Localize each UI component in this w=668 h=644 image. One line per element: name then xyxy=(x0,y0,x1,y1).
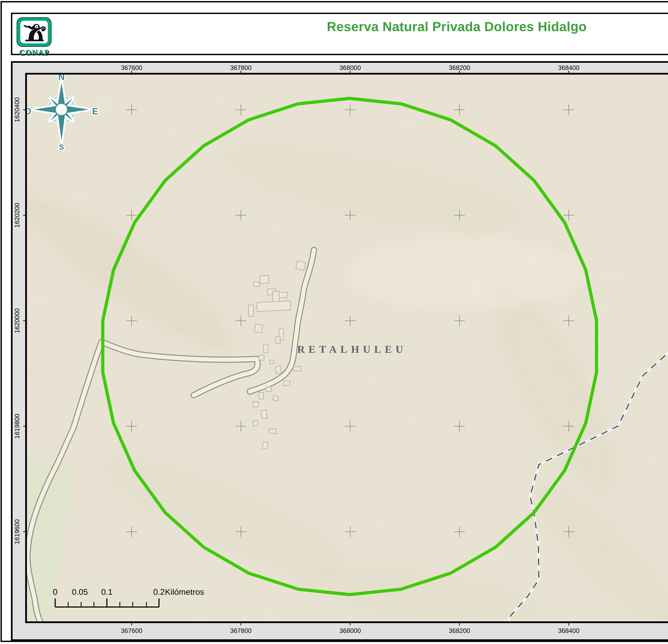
x-axis-label-top: 368400 xyxy=(558,64,579,71)
x-axis-label-top: 367600 xyxy=(121,64,142,71)
x-axis-label-bottom: 367800 xyxy=(230,627,252,634)
x-axis-label-bottom: 368400 xyxy=(558,627,579,634)
place-label: RETALHULEU xyxy=(297,343,407,355)
x-axis-label-top: 368000 xyxy=(339,64,361,71)
compass-e-label: E xyxy=(92,106,98,116)
x-axis-label-bottom: 368200 xyxy=(449,627,470,634)
map-canvas: RETALHULEU N E S O xyxy=(11,72,668,641)
x-axis-label-top: 367800 xyxy=(230,64,252,71)
page-title: Reserva Natural Privada Dolores Hidalgo xyxy=(12,19,668,34)
scale-tick-02: 0.2 xyxy=(153,587,165,596)
map-document-page: CONAP Reserva Natural Privada Dolores Hi… xyxy=(0,0,668,644)
scale-unit-label: Kilómetros xyxy=(165,587,204,596)
y-axis-label-left: 1620200 xyxy=(14,203,20,228)
scale-tick-01: 0.1 xyxy=(101,587,112,596)
y-axis-label-left: 1619800 xyxy=(14,414,20,439)
scale-tick-0: 0 xyxy=(53,587,58,596)
x-axis-label-bottom: 367600 xyxy=(121,627,142,634)
main-map-frame: RETALHULEU N E S O xyxy=(11,61,668,641)
y-axis-label-left: 1620000 xyxy=(14,308,20,333)
x-axis-label-top: 368200 xyxy=(449,64,470,71)
scale-tick-005: 0.05 xyxy=(72,587,88,596)
conap-logo-text: CONAP xyxy=(16,48,52,57)
header: CONAP Reserva Natural Privada Dolores Hi… xyxy=(11,13,668,55)
y-axis-label-left: 1619600 xyxy=(14,519,20,544)
x-axis-label-bottom: 368000 xyxy=(339,627,361,634)
compass-s-label: S xyxy=(59,143,64,151)
y-axis-label-left: 1620400 xyxy=(14,97,20,122)
